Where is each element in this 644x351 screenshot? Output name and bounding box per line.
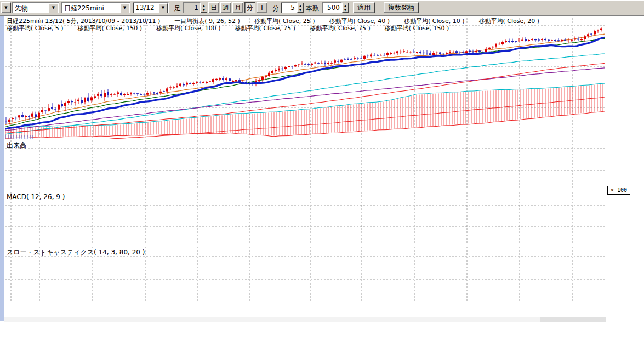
legend-row-2: 移動平均( Close, 5 )移動平均( Close, 150 )移動平均( … <box>7 24 463 32</box>
stoch-panel-label: スロー・ストキャスティクス( 14, 3, 80, 20 ) <box>7 248 145 257</box>
price-panel-canvas <box>4 18 606 145</box>
multi-symbol-button[interactable]: 複数銘柄 <box>384 2 419 13</box>
instrument-select[interactable]: 先物 ▼ <box>12 2 59 13</box>
bar-count-label: 本数 <box>306 4 319 13</box>
toolbar: ▼ 先物 ▼ 日経225mini ▼ 13/12 ▼ 足 1 ▲▼ 日 週 月 … <box>0 0 644 16</box>
bar-type-label: 足 <box>174 4 181 13</box>
period-week-button[interactable]: 週 <box>220 2 231 13</box>
period-month-button[interactable]: 月 <box>232 2 243 13</box>
chevron-down-icon[interactable]: ▼ <box>49 3 58 13</box>
volume-unit-box: × 100 <box>607 186 630 195</box>
symbol-select[interactable]: 日経225mini ▼ <box>61 2 130 13</box>
bar-count-spinner[interactable]: ▲▼ <box>342 3 349 13</box>
left-frame-strip <box>0 15 4 321</box>
period-day-button[interactable]: 日 <box>208 2 219 13</box>
period-tick-button[interactable]: T <box>257 2 267 13</box>
chart-canvas <box>0 0 644 351</box>
minute-label: 分 <box>272 4 279 13</box>
volume-panel-label: 出来高 <box>7 141 26 150</box>
apply-button[interactable]: 適用 <box>353 2 375 13</box>
chevron-down-icon: ▼ <box>4 5 7 10</box>
macd-panel-label: MACD( 12, 26, 9 ) <box>7 193 65 201</box>
mini-dropdown-button[interactable]: ▼ <box>1 2 11 13</box>
bar-interval-spinner[interactable]: ▲▼ <box>201 3 207 13</box>
symbol-select-value: 日経225mini <box>64 4 104 13</box>
legend-ma-150: 移動平均( Close, 150 ) <box>78 25 143 32</box>
contract-month-value: 13/12 <box>135 4 155 12</box>
chevron-down-icon[interactable]: ▼ <box>158 3 168 13</box>
legend-ma-100: 移動平均( Close, 100 ) <box>156 25 221 32</box>
minute-value-spinner[interactable]: ▲▼ <box>297 3 304 13</box>
legend-ma-150b: 移動平均( Close, 150 ) <box>385 25 449 32</box>
bar-interval-input[interactable]: 1 <box>183 2 201 13</box>
volume-panel-canvas <box>5 140 606 190</box>
contract-month-select[interactable]: 13/12 ▼ <box>133 2 169 13</box>
legend-ma-20: 移動平均( Close, 20 ) <box>479 18 540 25</box>
scrollbar-thumb[interactable] <box>540 317 606 322</box>
legend-ma-5: 移動平均( Close, 5 ) <box>7 25 64 32</box>
bar-count-input[interactable]: 500 <box>322 2 342 13</box>
macd-panel-canvas <box>5 192 606 245</box>
minute-value-input[interactable]: 5 <box>281 2 297 13</box>
legend-ma-75b: 移動平均( Close, 75 ) <box>310 25 371 32</box>
chevron-down-icon[interactable]: ▼ <box>120 3 129 13</box>
instrument-select-value: 先物 <box>15 4 28 13</box>
legend-ma-75: 移動平均( Close, 75 ) <box>235 25 296 32</box>
horizontal-scrollbar[interactable] <box>4 317 606 322</box>
period-minute-button[interactable]: 分 <box>244 2 255 13</box>
